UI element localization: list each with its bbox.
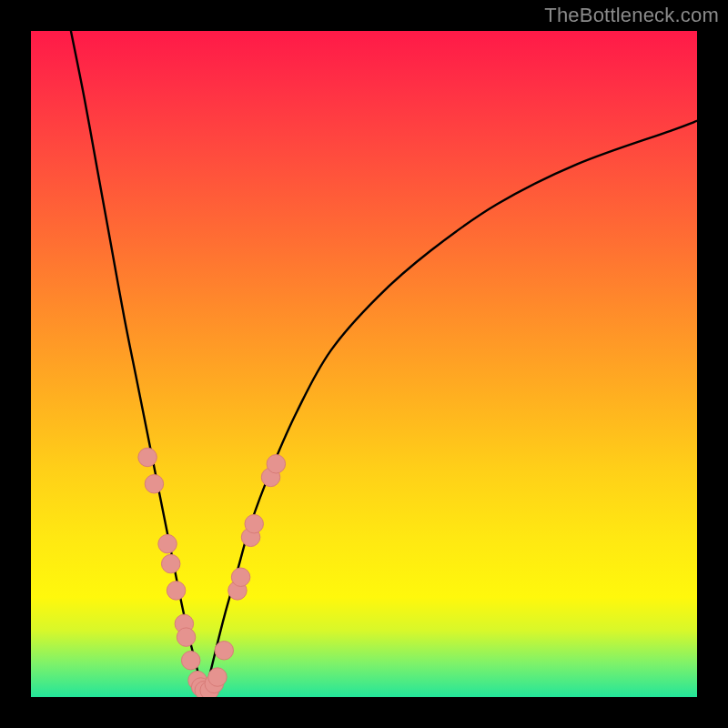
curve-left [71,31,204,697]
right-curve [204,121,697,697]
sample-point [158,534,177,552]
sample-point [167,581,185,600]
sample-point [138,448,157,466]
sample-point [161,554,179,572]
sample-markers [138,448,286,697]
sample-point [181,651,199,669]
watermark-text: TheBottleneck.com [544,4,719,27]
sample-point [208,668,227,686]
sample-point [267,455,285,473]
curves-layer [31,31,697,697]
chart-frame: TheBottleneck.com [0,0,728,728]
sample-point [145,475,163,493]
curve-right [204,121,697,697]
left-curve [71,31,204,697]
sample-point [231,568,249,586]
sample-point [177,628,195,646]
sample-point [215,642,233,660]
sample-point [245,514,263,532]
plot-area [31,31,697,697]
